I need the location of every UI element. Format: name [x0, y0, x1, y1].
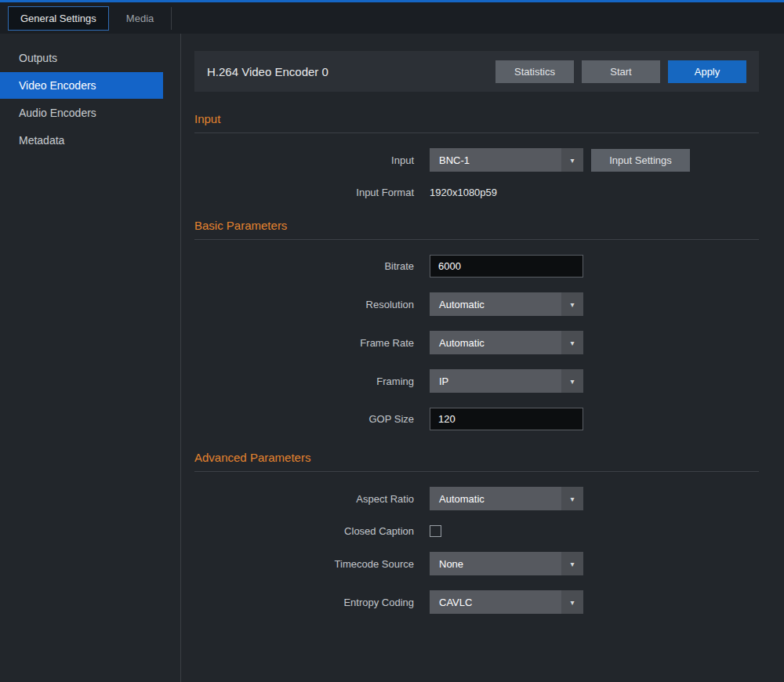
entropy-coding-dropdown[interactable]: CAVLC ▾ — [430, 590, 583, 614]
form-row-bitrate: Bitrate — [194, 255, 759, 278]
chevron-down-icon: ▾ — [561, 148, 583, 172]
form-row-framing: Framing IP ▾ — [194, 369, 759, 393]
section-title-basic-parameters: Basic Parameters — [194, 219, 759, 232]
statistics-button[interactable]: Statistics — [495, 60, 574, 83]
sidebar-item-video-encoders[interactable]: Video Encoders — [0, 72, 163, 99]
framing-dropdown[interactable]: IP ▾ — [430, 369, 583, 393]
section-divider — [194, 471, 759, 472]
form-row-resolution: Resolution Automatic ▾ — [194, 292, 759, 316]
input-label: Input — [194, 154, 414, 166]
input-dropdown[interactable]: BNC-1 ▾ — [430, 148, 583, 172]
chevron-down-icon: ▾ — [561, 590, 583, 614]
section-divider — [194, 239, 759, 240]
apply-button[interactable]: Apply — [668, 60, 746, 83]
entropy-coding-label: Entropy Coding — [194, 597, 414, 608]
gop-size-label: GOP Size — [194, 413, 414, 425]
aspect-ratio-dropdown[interactable]: Automatic ▾ — [430, 487, 583, 510]
form-row-input-format: Input Format 1920x1080p59 — [194, 187, 759, 198]
chevron-down-icon: ▾ — [561, 369, 583, 393]
form-row-input: Input BNC-1 ▾ Input Settings — [194, 148, 759, 172]
sidebar-item-outputs[interactable]: Outputs — [0, 45, 180, 71]
entropy-coding-dropdown-value: CAVLC — [430, 597, 561, 608]
framing-dropdown-value: IP — [430, 375, 561, 387]
aspect-ratio-dropdown-value: Automatic — [430, 493, 561, 505]
chevron-down-icon: ▾ — [561, 292, 583, 316]
section-title-input: Input — [194, 112, 759, 125]
form-row-aspect-ratio: Aspect Ratio Automatic ▾ — [194, 487, 759, 510]
bitrate-input[interactable] — [430, 255, 583, 278]
closed-caption-label: Closed Caption — [194, 525, 414, 537]
frame-rate-label: Frame Rate — [194, 337, 414, 349]
tab-general-settings[interactable]: General Settings — [8, 6, 109, 31]
encoder-header: H.264 Video Encoder 0 Statistics Start A… — [194, 51, 759, 92]
resolution-label: Resolution — [194, 299, 414, 310]
top-tab-bar: General Settings Media — [0, 0, 784, 34]
frame-rate-dropdown[interactable]: Automatic ▾ — [430, 331, 583, 354]
input-format-value: 1920x1080p59 — [430, 187, 497, 198]
start-button[interactable]: Start — [582, 60, 660, 83]
timecode-source-dropdown-value: None — [430, 558, 561, 570]
form-row-gop-size: GOP Size — [194, 408, 759, 430]
section-divider — [194, 132, 759, 133]
tab-media[interactable]: Media — [114, 7, 172, 30]
input-dropdown-value: BNC-1 — [430, 154, 561, 166]
page-title: H.264 Video Encoder 0 — [207, 65, 488, 78]
sidebar-item-audio-encoders[interactable]: Audio Encoders — [0, 100, 180, 126]
resolution-dropdown-value: Automatic — [430, 299, 561, 310]
chevron-down-icon: ▾ — [561, 331, 583, 354]
page-layout: Outputs Video Encoders Audio Encoders Me… — [0, 34, 784, 682]
chevron-down-icon: ▾ — [561, 487, 583, 510]
closed-caption-checkbox[interactable] — [430, 525, 441, 537]
sidebar-item-metadata[interactable]: Metadata — [0, 127, 180, 154]
input-settings-button[interactable]: Input Settings — [591, 149, 690, 172]
bitrate-label: Bitrate — [194, 260, 414, 272]
main-content: H.264 Video Encoder 0 Statistics Start A… — [181, 34, 784, 682]
resolution-dropdown[interactable]: Automatic ▾ — [430, 292, 583, 316]
input-format-label: Input Format — [194, 187, 414, 198]
timecode-source-dropdown[interactable]: None ▾ — [430, 552, 583, 575]
form-row-closed-caption: Closed Caption — [194, 525, 759, 537]
form-row-frame-rate: Frame Rate Automatic ▾ — [194, 331, 759, 354]
timecode-source-label: Timecode Source — [194, 558, 414, 570]
aspect-ratio-label: Aspect Ratio — [194, 493, 414, 505]
form-row-entropy-coding: Entropy Coding CAVLC ▾ — [194, 590, 759, 614]
form-row-timecode-source: Timecode Source None ▾ — [194, 552, 759, 575]
gop-size-input[interactable] — [430, 408, 583, 430]
frame-rate-dropdown-value: Automatic — [430, 337, 561, 349]
framing-label: Framing — [194, 375, 414, 387]
chevron-down-icon: ▾ — [561, 552, 583, 575]
sidebar: Outputs Video Encoders Audio Encoders Me… — [0, 34, 181, 682]
section-title-advanced-parameters: Advanced Parameters — [194, 451, 759, 464]
